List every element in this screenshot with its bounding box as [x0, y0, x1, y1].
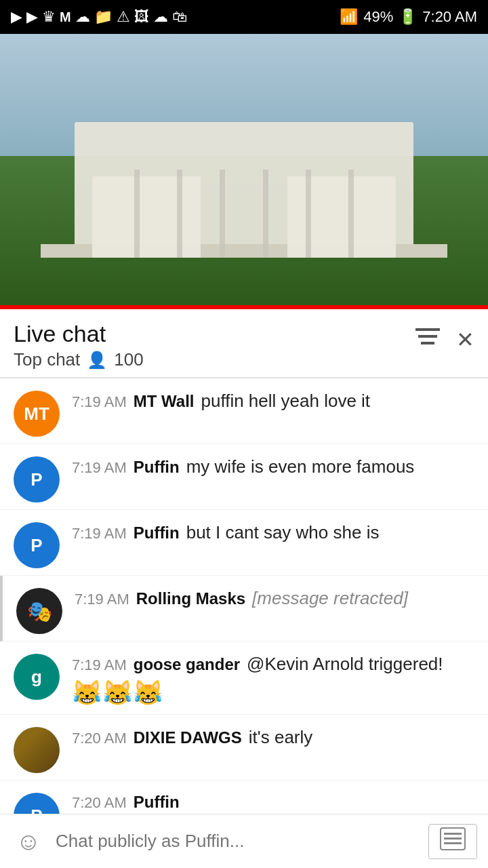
message-text: [message retracted] — [252, 588, 408, 609]
message-meta: 7:19 AM goose gander @Kevin Arnold trigg… — [72, 654, 474, 675]
battery-percent: 49% — [363, 8, 393, 26]
image-icon: 🖼 — [134, 8, 149, 26]
message-time: 7:19 AM — [72, 525, 127, 542]
youtube-icon: ▶ — [11, 8, 22, 26]
message-meta: 7:20 AM DIXIE DAWGS it's early — [72, 727, 474, 748]
message-emoji: 😹😹😹 — [72, 679, 474, 707]
top-chat-row: Top chat 👤 100 — [14, 349, 144, 370]
chat-header-info: Live chat Top chat 👤 100 — [14, 321, 144, 370]
wifi-icon: 📶 — [340, 8, 358, 26]
table-row: P 7:19 AM Puffin my wife is even more fa… — [0, 444, 488, 510]
svg-rect-1 — [418, 335, 437, 338]
svg-rect-0 — [415, 328, 440, 331]
table-row: MT 7:19 AM MT Wall puffin hell yeah love… — [0, 378, 488, 444]
chat-input-bar: ☺ — [0, 814, 488, 868]
avatar: 🎭 — [16, 588, 62, 634]
chat-header-actions: ✕ — [415, 327, 474, 353]
viewer-count: 100 — [114, 349, 143, 370]
svg-rect-4 — [444, 833, 462, 835]
youtube2-icon: ▶ — [26, 8, 38, 26]
status-info: 📶 49% 🔋 7:20 AM — [340, 8, 477, 26]
message-author: goose gander — [134, 655, 240, 674]
message-text: @Kevin Arnold triggered! — [247, 654, 443, 675]
close-button[interactable]: ✕ — [456, 327, 474, 353]
message-meta: 7:19 AM Puffin but I cant say who she is — [72, 522, 474, 543]
chat-input[interactable] — [56, 824, 419, 859]
filter-button[interactable] — [415, 327, 440, 353]
message-text: but I cant say who she is — [186, 522, 380, 543]
table-row: 🎭 7:19 AM Rolling Masks [message retract… — [0, 576, 488, 642]
message-time: 7:20 AM — [72, 730, 127, 747]
message-time: 7:19 AM — [72, 393, 127, 411]
message-meta: 7:19 AM MT Wall puffin hell yeah love it — [72, 391, 474, 412]
message-text: my wife is even more famous — [186, 456, 415, 477]
message-body: 7:19 AM Rolling Masks [message retracted… — [75, 588, 474, 612]
message-body: 7:19 AM MT Wall puffin hell yeah love it — [72, 391, 474, 414]
chat-messages-list: MT 7:19 AM MT Wall puffin hell yeah love… — [0, 378, 488, 868]
message-time: 7:19 AM — [75, 591, 129, 608]
top-chat-label[interactable]: Top chat — [14, 349, 80, 370]
avatar-image — [14, 727, 60, 773]
chat-header: Live chat Top chat 👤 100 ✕ — [0, 309, 488, 378]
status-icons: ▶ ▶ ♛ M ☁ 📁 ⚠ 🖼 ☁ 🛍 — [11, 8, 187, 26]
emoji-button[interactable]: ☺ — [11, 824, 46, 859]
message-text: it's early — [249, 727, 313, 748]
people-icon: 👤 — [87, 351, 107, 370]
message-time: 7:19 AM — [72, 656, 127, 674]
clock: 7:20 AM — [422, 8, 477, 26]
message-body: 7:20 AM DIXIE DAWGS it's early — [72, 727, 474, 751]
message-time: 7:19 AM — [72, 459, 127, 477]
cloud2-icon: ☁ — [153, 8, 168, 26]
message-author: DIXIE DAWGS — [134, 728, 242, 747]
message-author: Puffin — [134, 458, 180, 477]
message-body: 7:19 AM goose gander @Kevin Arnold trigg… — [72, 654, 474, 707]
message-text: puffin hell yeah love it — [201, 391, 370, 412]
message-body: 7:19 AM Puffin but I cant say who she is — [72, 522, 474, 546]
status-bar: ▶ ▶ ♛ M ☁ 📁 ⚠ 🖼 ☁ 🛍 📶 49% 🔋 7:20 AM — [0, 0, 488, 34]
table-row: P 7:19 AM Puffin but I cant say who she … — [0, 510, 488, 576]
message-body: 7:19 AM Puffin my wife is even more famo… — [72, 456, 474, 480]
video-player[interactable] — [0, 34, 488, 305]
table-row: g 7:19 AM goose gander @Kevin Arnold tri… — [0, 642, 488, 715]
message-meta: 7:19 AM Rolling Masks [message retracted… — [75, 588, 474, 609]
avatar — [14, 727, 60, 773]
avatar: MT — [14, 391, 60, 437]
message-meta: 7:19 AM Puffin my wife is even more famo… — [72, 456, 474, 477]
crown-icon: ♛ — [42, 8, 56, 26]
avatar: g — [14, 654, 60, 700]
emoji-icon: ☺ — [16, 827, 41, 855]
avatar: P — [14, 456, 60, 502]
send-icon — [440, 827, 466, 855]
svg-rect-5 — [444, 837, 462, 840]
message-author: MT Wall — [134, 392, 195, 411]
m-icon: M — [60, 9, 71, 25]
live-chat-title: Live chat — [14, 321, 144, 347]
svg-rect-2 — [421, 342, 434, 344]
warning-icon: ⚠ — [117, 8, 130, 26]
battery-icon: 🔋 — [399, 8, 417, 26]
send-button[interactable] — [428, 824, 477, 859]
message-author: Rolling Masks — [136, 589, 245, 608]
folder-icon: 📁 — [94, 8, 113, 26]
message-time: 7:20 AM — [72, 794, 127, 812]
avatar: P — [14, 522, 60, 568]
message-author: Puffin — [134, 793, 180, 812]
cloud-icon: ☁ — [75, 8, 90, 26]
svg-rect-6 — [444, 842, 462, 844]
message-author: Puffin — [134, 524, 180, 542]
table-row: 7:20 AM DIXIE DAWGS it's early — [0, 715, 488, 781]
bag-icon: 🛍 — [172, 8, 187, 26]
